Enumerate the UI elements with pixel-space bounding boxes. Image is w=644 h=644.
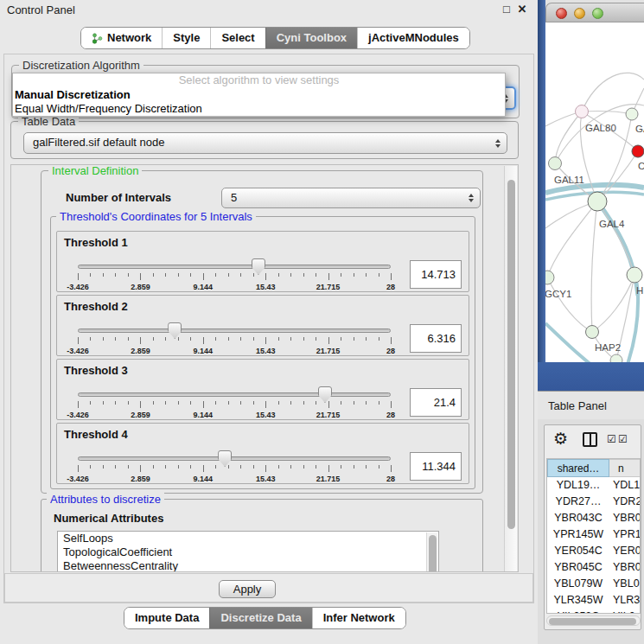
slider-scale-labels: -3.4262.8599.14415.4321.71528 [78,347,391,357]
network-node[interactable] [626,108,638,120]
scale-label: 15.43 [256,475,276,483]
tab-infer-network[interactable]: Infer Network [312,608,405,628]
scale-label: -3.426 [67,411,89,419]
attribute-item-selfloops[interactable]: SelfLoops [58,532,438,545]
slider-track[interactable] [78,265,391,269]
split-columns-icon[interactable] [583,432,597,447]
scale-label: 9.144 [194,347,214,355]
scrollbar-thumb[interactable] [429,535,437,572]
table-row[interactable]: YDR27…YDR2 [547,494,640,510]
network-window-titlebar[interactable] [545,3,644,22]
network-icon [92,33,103,44]
slider-ticks [78,401,391,410]
table-row[interactable]: YBR043CYBR0 [547,510,640,526]
network-edge[interactable] [547,201,597,277]
threshold-slider[interactable]: -3.4262.8599.14415.4321.71528 [78,450,391,484]
scrollbar-thumb[interactable] [507,180,515,529]
slider-track[interactable] [78,328,391,333]
minimize-traffic-light-icon[interactable] [574,8,585,19]
threshold-slider[interactable]: -3.4262.8599.14415.4321.71528 [78,386,391,420]
table-panel-title: Table Panel [548,399,607,412]
table-row[interactable]: YER054CYER0 [547,543,640,559]
network-edge[interactable] [547,277,592,332]
tab-jactivemnodules[interactable]: jActiveMNodules [357,28,469,48]
algorithm-option-equal-width-frequency-discretization[interactable]: Equal Width/Frequency Discretization [13,102,505,116]
gear-icon[interactable]: ⚙ [553,430,568,449]
float-window-icon[interactable]: □ [500,3,513,16]
slider-track[interactable] [78,456,391,461]
close-traffic-light-icon[interactable] [556,8,567,19]
table-column-header[interactable]: shared… [547,459,609,477]
scale-label: 9.144 [194,411,214,419]
threshold-slider[interactable]: -3.4262.8599.14415.4321.71528 [78,258,391,292]
scale-label: 21.715 [316,283,341,291]
table-data-combobox[interactable]: galFiltered.sif default node [23,132,507,154]
network-node[interactable] [588,192,607,211]
tab-network[interactable]: Network [81,28,162,48]
table-row[interactable]: YIL052CYIL0 [547,609,640,614]
network-node-label: GA [635,124,644,134]
table-cell: YPR1 [609,526,640,543]
network-node[interactable] [576,105,589,118]
attribute-item-topologicalcoefficient[interactable]: TopologicalCoefficient [58,545,438,559]
interval-definition-group-title: Interval Definition [48,164,142,177]
node-table-header: shared…n [547,459,640,477]
table-cell: YIL052C [547,609,609,614]
table-cell: YPR145W [547,526,609,543]
numerical-attributes-list[interactable]: SelfLoopsTopologicalCoefficientBetweenne… [57,531,439,572]
node-table[interactable]: shared…n YDL19…YDL1YDR27…YDR2YBR043CYBR0… [546,458,641,614]
network-node[interactable] [610,354,622,362]
table-panel-titlebar: Table Panel [538,391,644,419]
table-cell: YBR0 [609,559,640,576]
network-node[interactable] [549,157,562,170]
table-row[interactable]: YLR345WYLR3 [547,592,640,609]
network-edge[interactable] [591,201,597,332]
network-edge[interactable] [582,73,644,112]
network-node[interactable] [586,326,599,339]
scale-label: 21.715 [316,475,341,483]
table-row[interactable]: YBR045CYBR0 [547,559,640,576]
slider-track[interactable] [78,392,391,397]
discretization-algorithm-group-title: Discretization Algorithm [19,59,143,72]
table-cell: YBL079W [547,576,609,592]
threshold-value-input[interactable] [410,452,462,481]
network-window-frame-bottom [538,362,644,391]
settings-vertical-scrollbar[interactable] [504,166,517,572]
table-column-header[interactable]: n [609,459,640,477]
network-node[interactable] [627,267,642,283]
number-of-intervals-value: 5 [231,191,237,204]
threshold-value-input[interactable] [410,388,462,417]
tab-impute-data[interactable]: Impute Data [124,608,209,628]
tab-style[interactable]: Style [162,28,210,48]
table-horizontal-scrollbar[interactable] [546,615,641,626]
threshold-slider[interactable]: -3.4262.8599.14415.4321.71528 [78,322,391,356]
table-row[interactable]: YBL079WYBL0 [547,576,640,592]
table-row[interactable]: YDL19…YDL1 [547,477,640,494]
zoom-traffic-light-icon[interactable] [592,8,603,19]
network-edge[interactable] [592,275,634,332]
tab-discretize-data[interactable]: Discretize Data [209,608,311,628]
checkbox-icon[interactable]: ☑ [607,433,616,445]
threshold-box-4: Threshold 4-3.4262.8599.14415.4321.71528 [56,423,469,484]
apply-button[interactable]: Apply [219,580,276,598]
scale-label: 9.144 [194,283,214,291]
network-canvas[interactable]: GAL80GAGAL11CGAL4GCY1HHAP2 [545,22,644,362]
threshold-value-input[interactable] [410,260,462,289]
checkbox-icon[interactable]: ☑ [618,433,628,445]
network-node[interactable] [545,271,554,284]
table-row[interactable]: YPR145WYPR1 [547,526,640,543]
scrollbar-thumb[interactable] [549,618,636,625]
close-icon[interactable]: ✕ [515,3,529,16]
top-tab-bar: NetworkStyleSelectCyni ToolboxjActiveMNo… [80,27,470,49]
network-node[interactable] [632,145,644,157]
attribute-item-betweennesscentrality[interactable]: BetweennessCentrality [58,559,438,572]
number-of-intervals-combobox[interactable]: 5 [221,188,481,208]
algorithm-option-manual-discretization[interactable]: Manual Discretization [13,88,505,102]
tab-cyni-toolbox[interactable]: Cyni Toolbox [265,28,357,48]
scale-label: 2.859 [131,347,150,355]
slider-ticks [78,273,391,282]
threshold-value-input[interactable] [410,324,462,353]
attributes-list-scrollbar[interactable] [426,532,437,572]
tab-select[interactable]: Select [210,28,265,48]
table-cell: YBR0 [609,510,640,526]
